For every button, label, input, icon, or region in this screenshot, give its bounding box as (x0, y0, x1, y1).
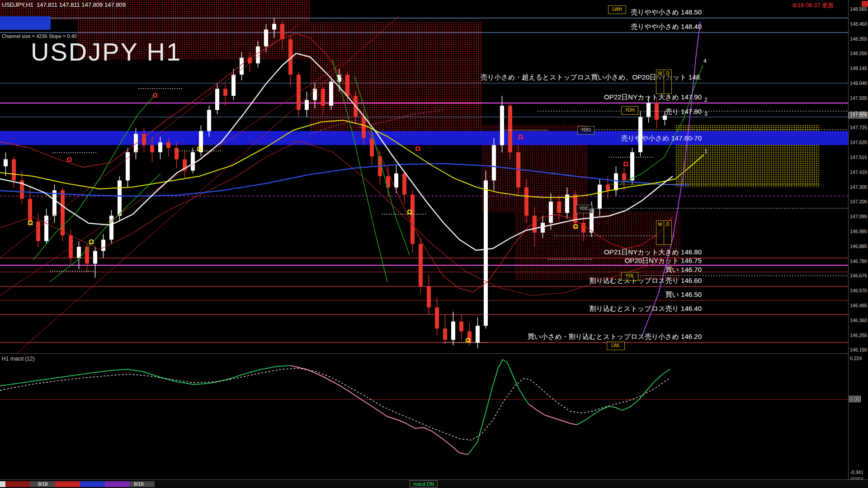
level-annotation: 買い小さめ・割り込むとストップロス売り小さめ 146.20 (528, 333, 702, 341)
tag-box-d: D (664, 70, 672, 94)
macd-chart-surface[interactable] (0, 354, 848, 479)
price-axis-label: 146.360 (850, 318, 867, 323)
level-annotation: 買い 146.70 (665, 266, 702, 274)
price-axis-label: 148.040 (850, 80, 867, 86)
channel-info-label: Channel size = 4236 Slope = 0.40 (2, 33, 77, 39)
update-time-label: 8/18 06:37 更新 (793, 1, 834, 9)
price-axis-label: 147.830 (850, 110, 867, 116)
price-axis-label: 147.305 (850, 184, 867, 190)
tag-box-lwh: LWH (608, 5, 626, 14)
timeline-segment (5, 481, 30, 487)
level-annotation: 売り 147.80 (665, 108, 702, 116)
level-annotation: OP22日NYカット大きめ 147.90 (604, 93, 702, 102)
channel-line-number: 3 (704, 111, 708, 117)
price-axis-label: 148.565 (850, 6, 867, 12)
tag-box-ydo: YDO (577, 126, 594, 135)
price-axis-label: 148.460 (850, 21, 867, 27)
price-axis-label: 147.410 (850, 169, 867, 175)
price-axis[interactable]: 147.809 0.224 0.00 -0.341 46959 148.5651… (848, 0, 868, 488)
price-axis-label: 147.935 (850, 95, 867, 101)
tag-box-w: W (656, 70, 664, 94)
tag-box-w: W (656, 221, 664, 245)
price-axis-label: 146.675 (850, 273, 867, 278)
band-annotation: 売りやや小さめ 147.60-70 (621, 134, 702, 143)
tag-box-ydh: YDH (621, 106, 638, 115)
price-axis-label: 146.570 (850, 288, 867, 293)
level-annotation: 売りやや小さめ 148.40 (631, 23, 702, 31)
price-axis-label: 146.465 (850, 303, 867, 308)
price-axis-label: 147.515 (850, 155, 867, 160)
level-annotation: OP21日NYカット大きめ 146.80 (604, 248, 702, 257)
timeline-date-label: 8/19 (134, 481, 143, 487)
annotation-layer: 売りやや小さめ 148.50売りやや小さめ 148.40売り小さめ・超えるとスト… (0, 0, 848, 353)
macd-pink-2 (528, 404, 577, 425)
timeline-segment (0, 481, 5, 487)
price-axis-label: 148.250 (850, 51, 867, 56)
timeline-bar[interactable]: macd ON 8/188/19 (0, 479, 868, 488)
tag-box-ydc: YDC (576, 205, 593, 213)
channel-line-number: 4 (703, 58, 707, 64)
chart-window: USDJPY H1 ΩΩΩΩΩΩΩΩΩΩΩ 売りやや小さめ 148.50売りやや… (0, 0, 868, 488)
price-axis-label: 146.990 (850, 229, 867, 234)
price-axis-label: 146.150 (850, 347, 867, 352)
level-annotation: 割り込むとストップロス売り 146.40 (589, 305, 702, 313)
level-annotation: 買い 146.50 (665, 291, 702, 299)
tag-box-d: D (664, 221, 672, 245)
timeline-segment (105, 481, 130, 487)
price-axis-label: 147.200 (850, 199, 867, 204)
macd-indicator-label: H1 macd (12) (2, 356, 35, 362)
timeline-date-label: 8/18 (38, 481, 47, 487)
channel-line-number: 1 (704, 148, 708, 155)
price-axis-label: 148.355 (850, 36, 867, 42)
macd-axis-zero-tag: 0.00 (849, 396, 861, 402)
level-annotation: OP20日NYカット 146.75 (625, 257, 702, 265)
price-axis-label: 146.780 (850, 258, 867, 264)
price-axis-label: 147.620 (850, 140, 867, 145)
timeline-segment (80, 481, 105, 487)
pane-separator[interactable] (0, 353, 868, 354)
macd-axis-min: -0.341 (850, 469, 863, 475)
price-axis-label: 146.885 (850, 244, 867, 249)
macd-pink-1 (291, 366, 468, 455)
tag-box-lwl: LWL (607, 342, 625, 350)
macd-toggle-button[interactable]: macd ON (410, 480, 438, 488)
symbol-ohlc-info: USDJPY,H1 147.811 147.811 147.809 147.80… (2, 1, 126, 8)
tag-box-ydl: YDL (621, 272, 638, 281)
price-axis-label: 147.725 (850, 125, 867, 130)
timeline-segment (55, 481, 80, 487)
price-axis-label: 147.095 (850, 214, 867, 219)
macd-green-2 (468, 360, 528, 455)
macd-green-3 (577, 369, 670, 425)
price-axis-label: 148.145 (850, 66, 867, 71)
channel-line-number: 2 (704, 97, 708, 103)
macd-axis-max: 0.224 (850, 356, 862, 361)
macd-signal-dotted (0, 368, 670, 440)
level-annotation: 割り込むとストップロス売り 146.60 (589, 277, 702, 285)
level-annotation: 売りやや小さめ 148.50 (631, 8, 702, 17)
price-axis-label: 146.255 (850, 333, 867, 338)
